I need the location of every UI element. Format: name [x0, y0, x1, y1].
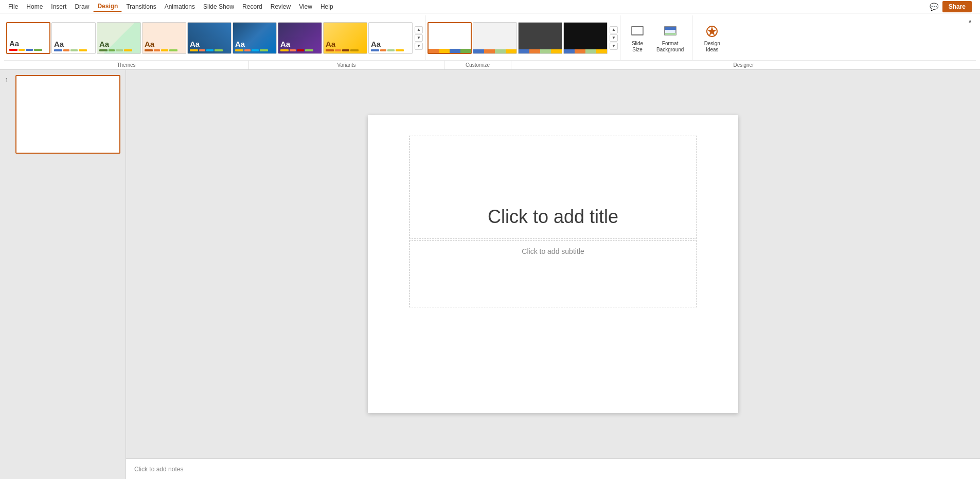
variants-scroll-down[interactable]: ▼ [610, 34, 618, 42]
theme-4[interactable]: Aa [142, 22, 186, 54]
menu-view[interactable]: View [295, 2, 316, 11]
variants-section: ▲ ▼ ▼ [425, 15, 620, 60]
menu-draw[interactable]: Draw [70, 2, 93, 11]
format-bg-label: FormatBackground [656, 41, 684, 53]
menu-animations[interactable]: Animations [161, 2, 199, 11]
design-ideas-icon [704, 23, 720, 40]
theme-2[interactable]: Aa [51, 22, 96, 54]
menu-design[interactable]: Design [93, 2, 122, 12]
variants-label: Variants [249, 61, 444, 69]
svg-rect-5 [665, 33, 676, 35]
theme-5[interactable]: Aa [187, 22, 231, 54]
variant-4[interactable] [563, 22, 608, 54]
variant-3[interactable] [518, 22, 562, 54]
slide-canvas[interactable]: Click to add title Click to add subtitle [368, 115, 738, 413]
menu-slideshow[interactable]: Slide Show [199, 2, 238, 11]
slide-size-label: SlideSize [632, 41, 643, 53]
share-button[interactable]: Share [942, 1, 972, 12]
theme-6[interactable]: Aa [233, 22, 277, 54]
theme-3[interactable]: Aa [97, 22, 141, 54]
design-ideas-label: DesignIdeas [704, 41, 720, 53]
menu-insert[interactable]: Insert [47, 2, 70, 11]
menu-home[interactable]: Home [22, 2, 47, 11]
notes-placeholder: Click to add notes [134, 466, 183, 473]
variants-more[interactable]: ▼ [610, 43, 618, 50]
notes-area[interactable]: Click to add notes [126, 458, 980, 479]
slide-title-placeholder: Click to add title [488, 206, 618, 228]
slide-size-button[interactable]: SlideSize [625, 21, 650, 55]
chat-icon[interactable]: 💬 [930, 3, 938, 11]
menu-help[interactable]: Help [316, 2, 337, 11]
slide-thumbnail-1[interactable] [15, 75, 120, 154]
theme-9[interactable]: Aa [368, 22, 413, 54]
menu-review[interactable]: Review [266, 2, 295, 11]
variant-2[interactable] [473, 22, 517, 54]
variants-scroll-up[interactable]: ▲ [610, 26, 618, 33]
svg-rect-4 [665, 27, 676, 30]
variant-1[interactable] [427, 22, 472, 54]
slide-canvas-area: Click to add title Click to add subtitle… [126, 70, 980, 479]
format-bg-icon [662, 23, 679, 40]
svg-rect-0 [632, 27, 643, 35]
slide-title-box[interactable]: Click to add title [409, 136, 697, 238]
designer-section: DesignIdeas [692, 15, 732, 60]
ribbon-collapse-button[interactable]: ∧ [966, 17, 974, 25]
themes-label: Themes [4, 61, 249, 69]
menu-record[interactable]: Record [238, 2, 266, 11]
theme-8[interactable]: Aa [323, 22, 367, 54]
format-background-button[interactable]: FormatBackground [652, 21, 688, 55]
slide-subtitle-box[interactable]: Click to add subtitle [409, 241, 697, 307]
slide-number-1: 1 [5, 77, 12, 83]
themes-section: Aa Aa [4, 15, 425, 60]
customize-section: SlideSize FormatBackground [620, 15, 692, 60]
theme-7[interactable]: Aa [278, 22, 322, 54]
themes-scroll-down[interactable]: ▼ [415, 34, 423, 42]
slide-subtitle-placeholder: Click to add subtitle [522, 247, 584, 255]
slide-size-icon [629, 23, 646, 40]
slide-panel: 1 [0, 70, 126, 479]
design-ideas-button[interactable]: DesignIdeas [697, 21, 727, 55]
menu-transitions[interactable]: Transitions [122, 2, 160, 11]
themes-more[interactable]: ▼ [415, 43, 423, 50]
themes-scroll-up[interactable]: ▲ [415, 26, 423, 33]
menu-file[interactable]: File [4, 2, 22, 11]
customize-label: Customize [444, 61, 511, 69]
theme-1[interactable]: Aa [6, 22, 50, 54]
designer-label: Designer [511, 61, 976, 69]
